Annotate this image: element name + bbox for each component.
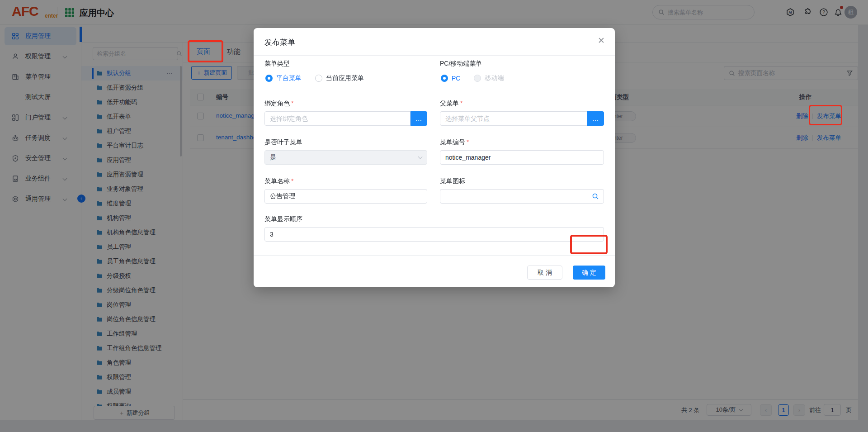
bind-role-input[interactable] <box>264 111 410 126</box>
menu-icon-field <box>440 189 604 204</box>
radio-dot <box>265 75 273 82</box>
radio-label: PC <box>452 75 460 82</box>
field-label-menu-type: 菜单类型 <box>264 60 290 68</box>
menu-name-input[interactable] <box>264 189 427 204</box>
radio-dot <box>474 75 481 82</box>
field-label-menu-icon: 菜单图标 <box>440 177 465 185</box>
icon-search-button[interactable] <box>587 190 604 203</box>
publish-menu-dialog: 发布菜单 ✕ 菜单类型 平台菜单 当前应用菜单 PC/移动端菜单 PC 移动端 … <box>254 28 615 287</box>
radio-label: 平台菜单 <box>276 74 302 82</box>
radio-dot <box>441 75 448 82</box>
menu-icon-input[interactable] <box>440 193 587 200</box>
field-label-parent-menu: 父菜单* <box>440 100 462 108</box>
field-label-menu-name: 菜单名称* <box>264 177 293 185</box>
divider <box>254 255 615 256</box>
menu-type-radio-group: 平台菜单 当前应用菜单 <box>265 74 364 82</box>
field-label-menu-order: 菜单显示顺序 <box>264 215 302 223</box>
parent-menu-input[interactable] <box>440 111 587 126</box>
menu-code-input[interactable] <box>440 150 604 165</box>
is-leaf-value: 是 <box>270 153 276 161</box>
radio-dot <box>315 75 322 82</box>
dialog-title: 发布菜单 <box>264 37 295 47</box>
menu-order-input[interactable] <box>264 227 604 242</box>
field-label-menu-code: 菜单编号* <box>440 138 469 147</box>
radio-current-app-menu[interactable]: 当前应用菜单 <box>315 74 364 82</box>
field-label-bind-role: 绑定角色* <box>264 100 293 108</box>
field-label-is-leaf: 是否叶子菜单 <box>264 138 302 147</box>
is-leaf-select[interactable]: 是 <box>264 150 427 165</box>
parent-menu-picker-button[interactable]: … <box>587 111 604 126</box>
bind-role-picker-button[interactable]: … <box>410 111 427 126</box>
confirm-button[interactable]: 确 定 <box>573 266 605 280</box>
device-radio-group: PC 移动端 <box>441 74 504 82</box>
radio-platform-menu[interactable]: 平台菜单 <box>265 74 302 82</box>
parent-menu-field: … <box>440 111 604 126</box>
bind-role-field: … <box>264 111 427 126</box>
radio-label: 移动端 <box>485 74 504 82</box>
radio-mobile[interactable]: 移动端 <box>474 74 504 82</box>
divider <box>254 55 615 56</box>
cancel-button[interactable]: 取 消 <box>527 266 562 280</box>
chevron-down-icon <box>418 154 423 159</box>
field-label-device: PC/移动端菜单 <box>440 60 482 68</box>
radio-pc[interactable]: PC <box>441 75 460 82</box>
close-icon[interactable]: ✕ <box>597 36 606 45</box>
radio-label: 当前应用菜单 <box>326 74 364 82</box>
